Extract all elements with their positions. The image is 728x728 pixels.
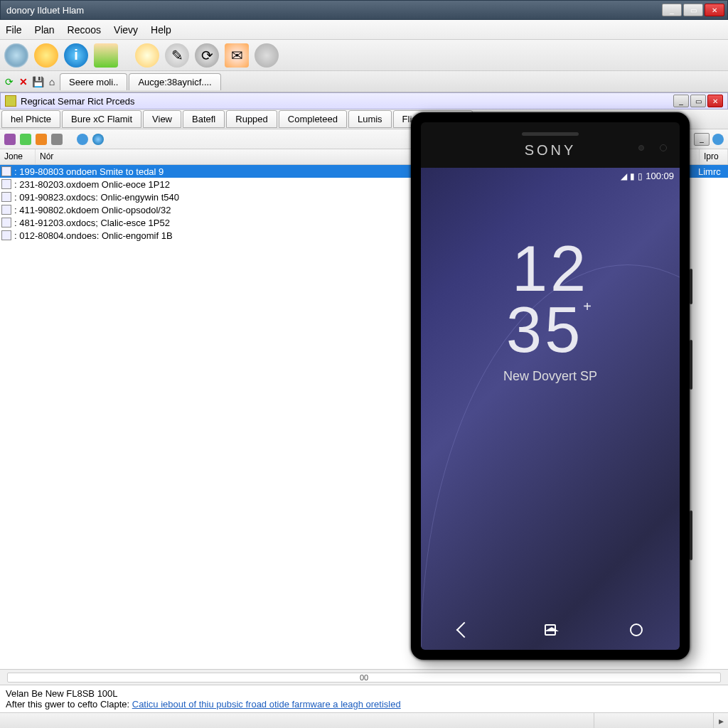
window-title: donory Ilduet Hlam — [4, 5, 662, 16]
statusbar: ▸ — [0, 712, 728, 728]
info-icon[interactable]: i — [64, 43, 88, 68]
tab-2[interactable]: Aucge:38aynicf.... — [129, 73, 220, 90]
menu-help[interactable]: Help — [151, 24, 171, 36]
sub-maximize-button[interactable]: ▭ — [690, 95, 706, 107]
phone-screen[interactable]: ◢ ▮ ▯ 100:09 12 35+ New Dovyert SP — [421, 168, 680, 650]
menu-view[interactable]: Vievy — [114, 24, 138, 36]
progress-label: 00 — [360, 673, 368, 682]
clock-minute: 35+ — [421, 300, 680, 361]
status-pane-2 — [594, 713, 714, 728]
phone-inner: SONY ◢ ▮ ▯ 100:09 12 35+ New Dovyert SP — [421, 122, 680, 650]
wifi-icon: ◢ — [621, 171, 627, 181]
phone-status-time: 100:09 — [646, 171, 674, 181]
row-icon — [1, 179, 11, 189]
sub-close-button[interactable]: ✕ — [707, 95, 723, 107]
window-controls: _ ▭ ✕ — [662, 4, 724, 16]
phone-side-button-2 — [690, 340, 692, 390]
maximize-button[interactable]: ▭ — [683, 4, 703, 16]
status-line-2: After this gwer to cefto Clapte: Caticu … — [6, 699, 722, 710]
grey-icon[interactable] — [255, 43, 279, 68]
filter-tab-3[interactable]: View — [143, 110, 181, 128]
phone-top-bezel: SONY — [421, 122, 680, 168]
reload-icon[interactable]: ⟳ — [3, 75, 16, 88]
sensor-icon — [638, 145, 644, 151]
row-icon — [1, 218, 11, 228]
green-icon[interactable] — [20, 134, 31, 145]
filter-tab-4[interactable]: Batefl — [183, 110, 225, 128]
nav-back-icon[interactable] — [456, 621, 473, 638]
status-link[interactable]: Caticu iebout of thiu pubsic froad otide… — [132, 699, 401, 710]
status-area: Velan Be New FL8SB 100L After this gwer … — [0, 685, 728, 712]
earpiece — [522, 132, 579, 136]
progress-track[interactable]: 00 — [7, 673, 721, 682]
tb-minimize-icon[interactable]: _ — [694, 133, 710, 146]
titlebar: donory Ilduet Hlam _ ▭ ✕ — [0, 0, 728, 20]
progress-bar-area: 00 — [0, 669, 728, 685]
front-camera-icon — [660, 144, 667, 151]
filter-tab-5[interactable]: Rupped — [226, 110, 277, 128]
phone-statusbar: ◢ ▮ ▯ 100:09 — [615, 168, 680, 184]
row-icon — [1, 205, 11, 215]
grey-square-icon[interactable] — [51, 134, 63, 145]
key-icon[interactable] — [135, 43, 159, 68]
menu-plan[interactable]: Plan — [35, 24, 55, 36]
clock-widget[interactable]: 12 35+ New Dovyert SP — [421, 239, 680, 384]
star-icon[interactable] — [34, 43, 58, 68]
main-toolbar: i ✎ ⟳ ✉ — [0, 40, 728, 71]
col-done[interactable]: Jone — [0, 149, 36, 164]
purple-icon[interactable] — [4, 134, 16, 145]
status-pane-1 — [0, 713, 594, 728]
clock-subtitle: New Dovyert SP — [421, 369, 680, 384]
blue-circle-icon[interactable] — [77, 134, 88, 145]
status-arrow-icon[interactable]: ▸ — [714, 713, 728, 728]
globe-small-icon[interactable] — [92, 134, 104, 145]
tab-1[interactable]: Seere moli.. — [60, 73, 127, 90]
phone-brand: SONY — [525, 142, 577, 159]
menu-file[interactable]: File — [6, 24, 22, 36]
toolbar-right-group: _ — [692, 133, 724, 146]
subwindow-titlebar: Regricat Semar Rict Prceds _ ▭ ✕ — [0, 92, 728, 109]
tab-bar: ⟳ ✕ 💾 ⌂ Seere moli.. Aucge:38aynicf.... — [0, 71, 728, 92]
nav-recent-icon[interactable] — [628, 621, 645, 638]
arrow-icon[interactable]: ⟳ — [195, 43, 219, 68]
filter-tab-6[interactable]: Completeed — [279, 110, 347, 128]
row-ipro: Limrc — [698, 166, 727, 177]
phone-navbar — [421, 621, 680, 638]
menu-recoos[interactable]: Recoos — [68, 24, 101, 36]
minimize-button[interactable]: _ — [662, 4, 682, 16]
row-icon — [1, 192, 11, 202]
phone-side-button-3 — [690, 510, 692, 560]
row-icon — [1, 230, 11, 240]
mail-icon[interactable]: ✉ — [225, 43, 249, 68]
subwindow-title-text: Regricat Semar Rict Prceds — [21, 96, 134, 107]
plus-icon: + — [583, 299, 594, 314]
pen-icon[interactable]: ✎ — [165, 43, 189, 68]
picture-icon[interactable] — [94, 43, 118, 68]
filter-tab-2[interactable]: Bure xC Flamit — [62, 110, 141, 128]
col-ipro[interactable]: Ipro — [700, 149, 728, 164]
status-prefix: After this gwer to cefto Clapte: — [6, 699, 132, 710]
menubar: File Plan Recoos Vievy Help — [0, 20, 728, 40]
close-tab-icon[interactable]: ✕ — [17, 75, 30, 88]
home-icon[interactable]: ⌂ — [46, 75, 58, 88]
clock-hour: 12 — [421, 239, 680, 300]
battery-icon: ▯ — [638, 171, 643, 181]
save-icon[interactable]: 💾 — [31, 75, 44, 88]
orange-icon[interactable] — [36, 134, 47, 145]
signal-icon: ▮ — [630, 171, 635, 181]
status-line-1: Velan Be New FL8SB 100L — [6, 688, 722, 699]
globe-icon[interactable] — [4, 43, 28, 68]
close-button[interactable]: ✕ — [705, 4, 724, 16]
row-icon — [1, 166, 11, 176]
nav-home-icon[interactable] — [542, 621, 559, 638]
filter-tab-7[interactable]: Lumis — [348, 110, 392, 128]
phone-side-button-1 — [690, 269, 692, 304]
sub-minimize-button[interactable]: _ — [673, 95, 689, 107]
tb-blue-icon[interactable] — [712, 134, 724, 145]
subwindow-icon — [5, 95, 16, 107]
phone-device: SONY ◢ ▮ ▯ 100:09 12 35+ New Dovyert SP — [411, 112, 690, 660]
filter-tab-1[interactable]: hel Phicte — [1, 110, 60, 128]
